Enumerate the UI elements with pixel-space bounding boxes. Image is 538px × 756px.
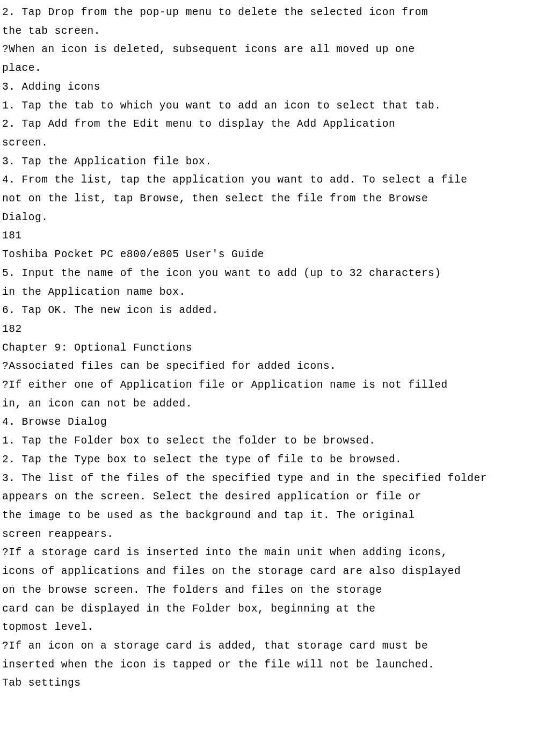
text-line: ?If either one of Application file or Ap… — [2, 376, 536, 395]
text-line: Tab settings — [2, 674, 536, 693]
text-line: place. — [2, 59, 536, 78]
text-line: screen reappears. — [2, 525, 536, 544]
text-line: ?When an icon is deleted, subsequent ico… — [2, 40, 536, 59]
text-line: on the browse screen. The folders and fi… — [2, 581, 536, 600]
text-line: 3. The list of the files of the specifie… — [2, 469, 536, 488]
text-line: 3. Tap the Application file box. — [2, 152, 536, 171]
text-line: 1. Tap the Folder box to select the fold… — [2, 432, 536, 450]
text-line: card can be displayed in the Folder box,… — [2, 600, 536, 619]
text-line: ?Associated files can be specified for a… — [2, 357, 536, 376]
text-line: Toshiba Pocket PC e800/e805 User's Guide — [2, 245, 536, 264]
text-line: topmost level. — [2, 618, 536, 637]
text-line: the image to be used as the background a… — [2, 506, 536, 525]
text-line: inserted when the icon is tapped or the … — [2, 656, 536, 674]
text-line: 182 — [2, 320, 536, 339]
text-line: 4. From the list, tap the application yo… — [2, 171, 536, 190]
text-line: in, an icon can not be added. — [2, 395, 536, 413]
text-line: 6. Tap OK. The new icon is added. — [2, 301, 536, 320]
text-line: the tab screen. — [2, 22, 536, 41]
text-line: 2. Tap Add from the Edit menu to display… — [2, 115, 536, 134]
text-line: 2. Tap Drop from the pop-up menu to dele… — [2, 3, 536, 22]
text-line: ?If an icon on a storage card is added, … — [2, 637, 536, 656]
text-line: 181 — [2, 227, 536, 245]
text-line: 4. Browse Dialog — [2, 413, 536, 432]
text-line: Chapter 9: Optional Functions — [2, 339, 536, 358]
text-line: ?If a storage card is inserted into the … — [2, 543, 536, 562]
text-line: Dialog. — [2, 208, 536, 227]
text-line: 1. Tap the tab to which you want to add … — [2, 97, 536, 115]
text-line: icons of applications and files on the s… — [2, 562, 536, 581]
text-line: not on the list, tap Browse, then select… — [2, 190, 536, 208]
text-line: appears on the screen. Select the desire… — [2, 488, 536, 506]
text-line: 3. Adding icons — [2, 78, 536, 97]
text-line: screen. — [2, 134, 536, 152]
text-line: in the Application name box. — [2, 283, 536, 302]
text-line: 5. Input the name of the icon you want t… — [2, 264, 536, 283]
document-body: 2. Tap Drop from the pop-up menu to dele… — [2, 3, 536, 693]
text-line: 2. Tap the Type box to select the type o… — [2, 450, 536, 469]
